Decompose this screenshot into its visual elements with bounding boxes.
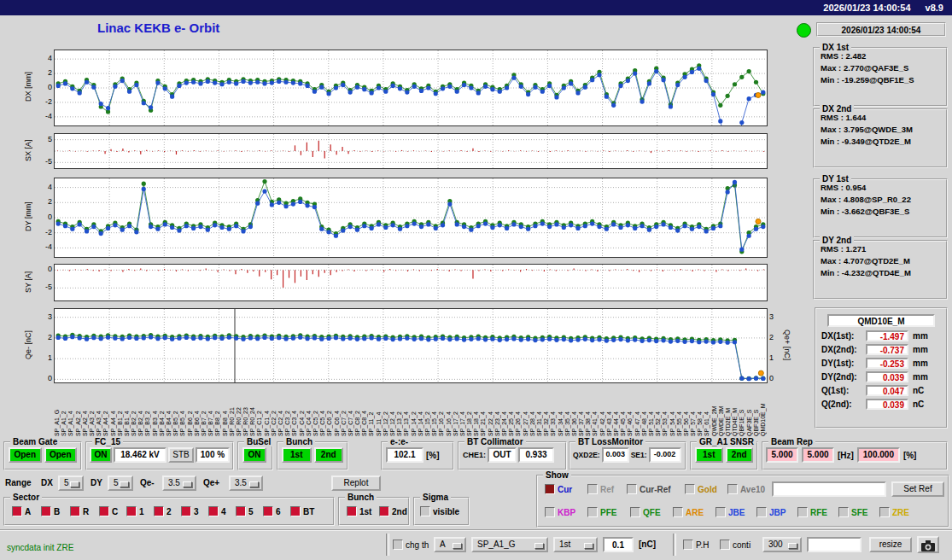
sector-checkbox-5[interactable]: 5 xyxy=(236,506,254,516)
sector-checkbox-5-box[interactable] xyxy=(236,506,246,516)
show-zre-checkbox[interactable]: ZRE xyxy=(879,507,909,517)
bunch-checkbox-2nd[interactable]: 2nd xyxy=(379,506,407,516)
resize-button[interactable]: resize xyxy=(869,537,912,552)
ph-checkbox[interactable]: P.H xyxy=(683,540,709,550)
show-gold-checkbox-box[interactable] xyxy=(685,484,695,494)
sector-checkbox-r[interactable]: R xyxy=(70,506,89,516)
sigma-frame: Sigma visible xyxy=(413,497,470,526)
bunch-checkbox-1st[interactable]: 1st xyxy=(347,506,371,516)
show-ref-checkbox[interactable]: Ref xyxy=(587,484,614,494)
fc15-stb-button[interactable]: STB xyxy=(168,447,194,463)
show-sfe-checkbox[interactable]: SFE xyxy=(838,507,867,517)
range-qe-minus-dropdown[interactable]: 3.5 xyxy=(162,475,196,491)
show-cur-checkbox[interactable]: Cur xyxy=(545,484,572,494)
gr-a1-2nd-button[interactable]: 2nd xyxy=(726,447,754,463)
sector-checkbox-4-box[interactable] xyxy=(208,506,219,516)
range-dx-dropdown[interactable]: 5 xyxy=(58,475,84,491)
sector-checkbox-2[interactable]: 2 xyxy=(154,506,172,516)
sector-checkbox-c-box[interactable] xyxy=(99,506,109,516)
sector-checkbox-2-box[interactable] xyxy=(154,506,164,516)
bpm-label: SP_11_2 xyxy=(368,385,375,436)
show-are-checkbox-box[interactable] xyxy=(673,507,683,517)
bunch-2nd-button[interactable]: 2nd xyxy=(314,447,344,463)
show-jbe-checkbox-box[interactable] xyxy=(715,507,726,517)
show-cur-checkbox-box[interactable] xyxy=(545,484,555,494)
conti-checkbox[interactable]: conti xyxy=(720,540,751,550)
replot-button[interactable]: Replot xyxy=(331,475,381,491)
sigma-visible-checkbox[interactable]: visible xyxy=(420,506,459,516)
gr-a1-1st-button[interactable]: 1st xyxy=(695,447,723,463)
show-are-checkbox[interactable]: ARE xyxy=(673,507,704,517)
sector-select-dropdown[interactable]: A xyxy=(434,537,466,552)
show-jbe-checkbox[interactable]: JBE xyxy=(715,507,745,517)
sector-checkbox-r-box[interactable] xyxy=(70,506,80,516)
sx-chart[interactable] xyxy=(54,133,768,169)
sector-checkbox-a-box[interactable] xyxy=(12,506,22,516)
bunch-1st-button[interactable]: 1st xyxy=(282,447,312,463)
sector-checkbox-6-label: 6 xyxy=(276,507,281,516)
show-cur-ref-checkbox-box[interactable] xyxy=(627,484,637,494)
sector-checkbox-c[interactable]: C xyxy=(99,506,118,516)
bunch-checkbox-1st-box[interactable] xyxy=(347,506,357,516)
dy-chart[interactable] xyxy=(54,178,768,258)
sector-checkbox-6[interactable]: 6 xyxy=(263,506,281,516)
sector-checkbox-b-box[interactable] xyxy=(41,506,51,516)
bpm-label: QBF3E_S xyxy=(753,385,760,436)
show-cur-checkbox-label: Cur xyxy=(558,485,572,494)
chg-th-checkbox-box[interactable] xyxy=(393,540,403,550)
range-dy-dropdown[interactable]: 5 xyxy=(108,475,133,491)
range-qe-plus-dropdown[interactable]: 3.5 xyxy=(229,475,263,491)
show-kbp-checkbox-box[interactable] xyxy=(545,507,555,517)
busel-on-button[interactable]: ON xyxy=(242,447,266,463)
show-rfe-checkbox-box[interactable] xyxy=(797,507,808,517)
show-qfe-checkbox-box[interactable] xyxy=(630,507,640,517)
ref-file-input[interactable] xyxy=(772,481,886,497)
sector-checkbox-4[interactable]: 4 xyxy=(208,506,226,516)
sector-checkbox-a[interactable]: A xyxy=(12,506,31,516)
threshold-input[interactable] xyxy=(603,537,634,552)
bpm-select-dropdown[interactable]: SP_A1_G xyxy=(471,537,548,552)
sy-yticks: 0-5 xyxy=(34,264,54,300)
sector-checkbox-3[interactable]: 3 xyxy=(181,506,199,516)
qe-chart[interactable] xyxy=(54,308,768,383)
sy-chart[interactable] xyxy=(54,264,768,301)
chg-th-checkbox[interactable]: chg th xyxy=(393,540,429,550)
sigma-visible-checkbox-box[interactable] xyxy=(420,506,430,516)
show-cur-ref-checkbox[interactable]: Cur-Ref xyxy=(627,484,671,494)
beam-rep-hz-label: [Hz] xyxy=(838,451,854,460)
show-rfe-checkbox[interactable]: RFE xyxy=(797,507,827,517)
snapshot-button[interactable] xyxy=(917,536,939,553)
sector-checkbox-bt-box[interactable] xyxy=(290,506,301,516)
sector-checkbox-3-box[interactable] xyxy=(181,506,191,516)
show-pfe-checkbox-box[interactable] xyxy=(587,507,598,517)
show-pfe-checkbox[interactable]: PFE xyxy=(587,507,616,517)
show-sfe-checkbox-box[interactable] xyxy=(838,507,849,517)
show-gold-checkbox[interactable]: Gold xyxy=(685,484,717,494)
bpm-label: SP_24_4 xyxy=(501,385,508,436)
dx-chart[interactable] xyxy=(54,50,768,126)
sector-checkbox-1[interactable]: 1 xyxy=(126,506,144,516)
show-ref-checkbox-box[interactable] xyxy=(587,484,598,494)
fc15-on-button[interactable]: ON xyxy=(90,447,112,463)
show-ave10-checkbox[interactable]: Ave10 xyxy=(727,484,765,494)
dy-yticks: 420-2-4 xyxy=(34,178,54,256)
show-zre-checkbox-box[interactable] xyxy=(879,507,890,517)
bunch-checkbox-2nd-box[interactable] xyxy=(379,506,389,516)
sector-checkbox-1-box[interactable] xyxy=(126,506,137,516)
count-input[interactable] xyxy=(807,537,861,552)
bunch-select-dropdown[interactable]: 1st xyxy=(553,537,598,552)
sector-checkbox-b[interactable]: B xyxy=(41,506,60,516)
show-qfe-checkbox[interactable]: QFE xyxy=(630,507,661,517)
ph-checkbox-box[interactable] xyxy=(683,540,693,550)
beam-gate-open-button-2[interactable]: Open xyxy=(44,447,78,463)
interval-dropdown[interactable]: 300 xyxy=(762,537,802,552)
show-ave10-checkbox-box[interactable] xyxy=(727,484,738,494)
show-jbp-checkbox[interactable]: JBP xyxy=(756,507,786,517)
conti-checkbox-box[interactable] xyxy=(720,540,730,550)
sector-checkbox-bt[interactable]: BT xyxy=(290,506,314,516)
beam-gate-open-button-1[interactable]: Open xyxy=(9,447,42,463)
show-kbp-checkbox[interactable]: KBP xyxy=(545,507,575,517)
set-ref-button[interactable]: Set Ref xyxy=(891,481,944,497)
sector-checkbox-6-box[interactable] xyxy=(263,506,273,516)
show-jbp-checkbox-box[interactable] xyxy=(756,507,767,517)
